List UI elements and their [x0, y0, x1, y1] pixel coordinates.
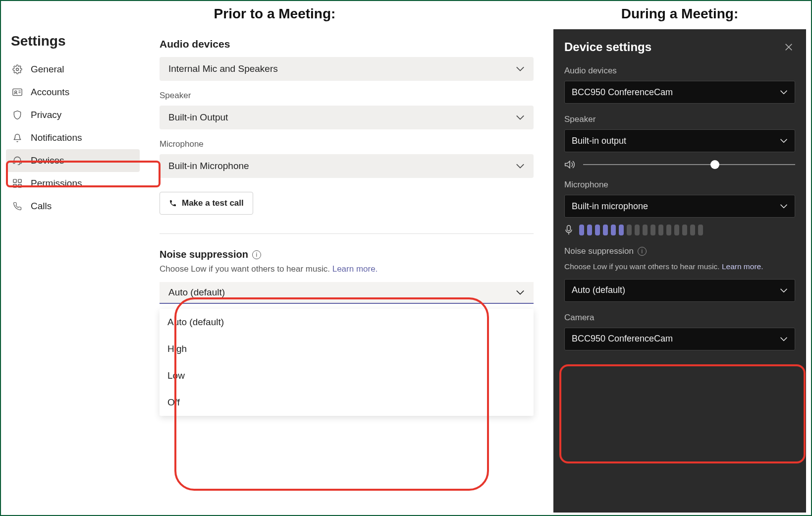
learn-more-link[interactable]: Learn more. — [332, 264, 378, 274]
sidebar-item-privacy[interactable]: Privacy — [6, 104, 140, 126]
button-label: Make a test call — [182, 198, 244, 208]
sidebar-item-label: Notifications — [31, 132, 82, 143]
svg-rect-8 — [18, 179, 21, 182]
mic-level-meter — [579, 225, 795, 235]
svg-rect-6 — [20, 161, 21, 164]
phone-icon — [12, 201, 23, 212]
shield-icon — [12, 110, 23, 120]
noise-suppression-select-dark[interactable]: Auto (default) — [564, 279, 795, 302]
audio-devices-label-dark: Audio devices — [564, 66, 795, 76]
speaker-label: Speaker — [160, 91, 534, 101]
svg-rect-5 — [13, 161, 15, 164]
chevron-down-icon — [780, 138, 788, 143]
chevron-down-icon — [516, 163, 525, 169]
speaker-select-dark[interactable]: Built-in output — [564, 129, 795, 152]
ns-desc-text: Choose Low if you want others to hear mu… — [160, 264, 332, 274]
bell-icon — [12, 132, 23, 143]
speaker-select[interactable]: Built-in Output — [160, 106, 534, 129]
select-value: BCC950 ConferenceCam — [572, 334, 673, 344]
svg-marker-13 — [565, 161, 570, 168]
noise-suppression-options: Auto (default) High Low Off — [160, 309, 534, 416]
noise-suppression-title-dark: Noise suppression — [564, 246, 634, 256]
chevron-down-icon — [780, 90, 788, 95]
svg-rect-10 — [18, 184, 21, 187]
headset-icon — [12, 155, 23, 166]
ns-option-off[interactable]: Off — [160, 389, 534, 416]
svg-point-0 — [16, 68, 19, 71]
ns-option-low[interactable]: Low — [160, 362, 534, 389]
select-value: Built-in Microphone — [168, 161, 249, 172]
grid-icon — [12, 178, 23, 189]
gear-icon — [12, 64, 23, 75]
ns-desc-text: Choose Low if you want others to hear mu… — [564, 262, 722, 271]
audio-devices-title: Audio devices — [160, 38, 534, 50]
phone-icon — [169, 199, 177, 207]
settings-title: Settings — [6, 29, 140, 58]
chevron-down-icon — [516, 115, 525, 120]
microphone-label: Microphone — [160, 139, 534, 149]
sidebar-item-label: Privacy — [31, 110, 61, 120]
select-value: Internal Mic and Speakers — [168, 63, 278, 74]
select-value: BCC950 ConferenceCam — [572, 87, 673, 98]
slider-thumb[interactable] — [710, 160, 719, 169]
select-value: Built-in microphone — [572, 201, 648, 212]
select-value: Auto (default) — [572, 285, 625, 295]
chevron-down-icon — [516, 289, 525, 295]
speaker-icon — [564, 160, 575, 169]
sidebar-item-label: General — [31, 64, 64, 75]
heading-prior: Prior to a Meeting: — [1, 1, 548, 29]
test-call-button[interactable]: Make a test call — [160, 192, 253, 215]
info-icon[interactable]: i — [638, 247, 647, 256]
chevron-down-icon — [780, 288, 788, 293]
sidebar-item-label: Calls — [31, 201, 52, 212]
chevron-down-icon — [780, 337, 788, 342]
ns-option-auto[interactable]: Auto (default) — [160, 309, 534, 336]
svg-rect-7 — [13, 179, 16, 182]
learn-more-link-dark[interactable]: Learn more. — [722, 262, 763, 271]
sidebar-item-general[interactable]: General — [6, 58, 140, 81]
chevron-down-icon — [780, 204, 788, 209]
svg-rect-14 — [567, 226, 571, 231]
heading-during: During a Meeting: — [548, 1, 811, 29]
noise-suppression-select[interactable]: Auto (default) — [160, 282, 534, 304]
sidebar-item-label: Devices — [31, 155, 64, 166]
info-icon[interactable]: i — [252, 250, 261, 259]
ns-option-high[interactable]: High — [160, 336, 534, 362]
sidebar-item-devices[interactable]: Devices — [6, 149, 140, 172]
speaker-label-dark: Speaker — [564, 115, 795, 124]
sidebar-item-accounts[interactable]: Accounts — [6, 81, 140, 104]
highlight-noise-suppression-dark — [559, 364, 806, 463]
sidebar-item-label: Accounts — [31, 87, 69, 98]
noise-suppression-desc-dark: Choose Low if you want others to hear mu… — [564, 261, 795, 272]
svg-rect-9 — [13, 184, 16, 187]
microphone-label-dark: Microphone — [564, 180, 795, 190]
svg-point-2 — [15, 91, 17, 93]
sidebar-item-calls[interactable]: Calls — [6, 195, 140, 218]
select-value: Built-in output — [572, 136, 626, 146]
sidebar-item-label: Permissions — [31, 178, 82, 189]
select-value: Auto (default) — [168, 287, 225, 298]
audio-device-select-dark[interactable]: BCC950 ConferenceCam — [564, 81, 795, 104]
sidebar-item-notifications[interactable]: Notifications — [6, 126, 140, 149]
microphone-select-dark[interactable]: Built-in microphone — [564, 195, 795, 218]
chevron-down-icon — [516, 66, 525, 72]
device-settings-title: Device settings — [564, 40, 651, 54]
id-card-icon — [12, 87, 23, 98]
microphone-icon — [564, 225, 573, 235]
svg-rect-1 — [13, 89, 22, 95]
camera-select-dark[interactable]: BCC950 ConferenceCam — [564, 328, 795, 350]
audio-device-select[interactable]: Internal Mic and Speakers — [160, 57, 534, 81]
divider — [160, 233, 534, 234]
select-value: Built-in Output — [168, 112, 228, 123]
volume-slider[interactable] — [583, 164, 795, 165]
camera-label-dark: Camera — [564, 313, 795, 323]
microphone-select[interactable]: Built-in Microphone — [160, 154, 534, 178]
noise-suppression-desc: Choose Low if you want others to hear mu… — [160, 264, 534, 274]
close-button[interactable] — [782, 41, 795, 54]
sidebar-item-permissions[interactable]: Permissions — [6, 172, 140, 195]
noise-suppression-title: Noise suppression — [160, 249, 248, 260]
